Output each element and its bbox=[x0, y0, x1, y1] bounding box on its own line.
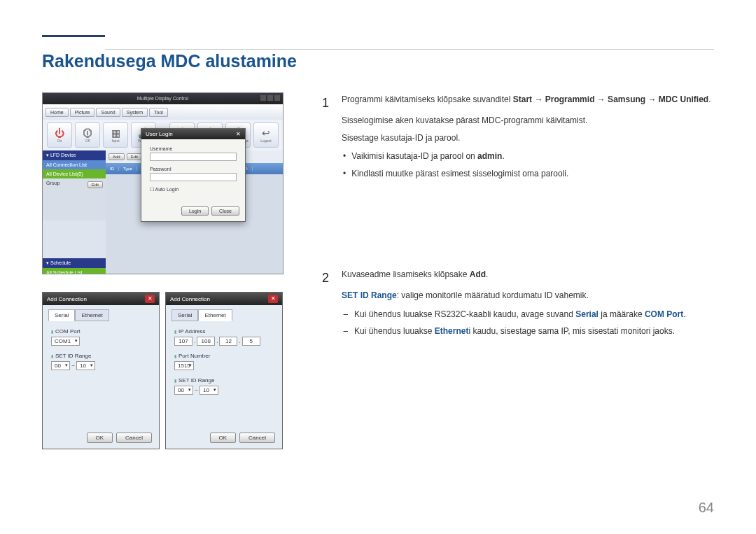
cancel-button[interactable]: Cancel bbox=[116, 433, 152, 443]
step2-p1: SET ID Range: valige monitorile määratud… bbox=[342, 288, 686, 302]
close-icon[interactable]: ✕ bbox=[145, 295, 155, 303]
step1-p1: Sisselogimise aken kuvatakse pärast MDC-… bbox=[342, 113, 710, 127]
step2-dash2: Kui ühendus luuakse Etherneti kaudu, sis… bbox=[343, 324, 686, 338]
range-to-select[interactable]: 10 bbox=[200, 386, 218, 395]
sidebar-lfd-device[interactable]: ▾ LFD Device bbox=[43, 150, 106, 160]
step1-line1: Programmi käivitamiseks klõpsake suvandi… bbox=[342, 92, 710, 106]
tab-tool[interactable]: Tool bbox=[149, 108, 168, 117]
tab-sound[interactable]: Sound bbox=[96, 108, 120, 117]
group-label: Group bbox=[46, 181, 59, 185]
tab-ethernet[interactable]: Ethernet bbox=[75, 309, 108, 321]
step-number: 1 bbox=[322, 92, 332, 183]
username-label: Username bbox=[150, 146, 237, 151]
sidebar-schedule[interactable]: ▾ Schedule bbox=[43, 258, 106, 268]
page-number: 64 bbox=[699, 500, 714, 516]
sidebar-all-device[interactable]: All Device List(0) bbox=[43, 169, 106, 178]
user-login-dialog: User Login✕ Username Password ☐ Auto Log… bbox=[141, 128, 246, 222]
comport-select[interactable]: COM1 bbox=[51, 337, 80, 346]
range-from-select[interactable]: 00 bbox=[51, 361, 70, 370]
instructions-column: 1 Programmi käivitamiseks klõpsake suvan… bbox=[322, 92, 714, 449]
add-connection-serial-dialog: Add Connection✕ Serial Ethernet COM Port… bbox=[42, 292, 160, 449]
dialog-title: Add Connection bbox=[47, 296, 87, 302]
group-edit-button[interactable]: Edit bbox=[88, 181, 103, 188]
step2-line1: Kuvaseadme lisamiseks klõpsake Add. bbox=[342, 267, 686, 281]
close-icon[interactable]: ✕ bbox=[236, 131, 241, 137]
on-icon[interactable]: ⏻On bbox=[47, 122, 72, 148]
port-number-input[interactable]: 1515 bbox=[174, 361, 194, 370]
ip-address-label: IP Address bbox=[174, 328, 274, 335]
username-input[interactable] bbox=[150, 153, 237, 161]
header-divider bbox=[105, 49, 714, 50]
ip-address-input[interactable]: 107. 108. 12. 5 bbox=[174, 337, 274, 346]
ok-button[interactable]: OK bbox=[87, 433, 113, 443]
window-controls[interactable] bbox=[260, 95, 280, 101]
tab-serial[interactable]: Serial bbox=[172, 309, 198, 321]
login-button[interactable]: Login bbox=[181, 206, 209, 216]
port-number-label: Port Number bbox=[174, 353, 274, 359]
tab-serial[interactable]: Serial bbox=[48, 309, 75, 321]
password-label: Password bbox=[150, 167, 237, 171]
auto-login-checkbox[interactable]: ☐ Auto Login bbox=[150, 187, 237, 192]
edit-button[interactable]: Edit bbox=[127, 153, 142, 160]
close-icon[interactable]: ✕ bbox=[268, 295, 278, 303]
add-button[interactable]: Add bbox=[108, 153, 125, 160]
tab-system[interactable]: System bbox=[122, 108, 148, 117]
ok-button[interactable]: OK bbox=[210, 433, 237, 443]
tab-home[interactable]: Home bbox=[46, 108, 69, 117]
input-icon[interactable]: ▦Input bbox=[103, 122, 128, 148]
step1-p2: Sisestage kasutaja-ID ja parool. bbox=[342, 131, 710, 145]
sidebar: ▾ LFD Device All Connection List All Dev… bbox=[43, 150, 106, 274]
window-titlebar: Multiple Display Control bbox=[43, 93, 283, 104]
step1-bullet2: Kindlasti muutke pärast esimest sisselog… bbox=[343, 167, 710, 181]
window-title: Multiple Display Control bbox=[137, 96, 189, 101]
header-rule bbox=[42, 35, 105, 37]
range-from-select[interactable]: 00 bbox=[174, 386, 193, 395]
setid-range-label: SET ID Range bbox=[51, 353, 150, 359]
logout-icon[interactable]: ↩Logout bbox=[253, 122, 279, 148]
sidebar-all-connection[interactable]: All Connection List bbox=[43, 160, 106, 169]
login-title: User Login bbox=[146, 131, 173, 137]
off-icon[interactable]: ⏼Off bbox=[75, 122, 100, 148]
menu-tabs: Home Picture Sound System Tool bbox=[43, 104, 283, 120]
step-2: 2 Kuvaseadme lisamiseks klõpsake Add. SE… bbox=[322, 267, 714, 342]
main-app-screenshot: Multiple Display Control Home Picture So… bbox=[42, 92, 284, 274]
step2-dash1: Kui ühendus luuakse RS232C-kaabli kaudu,… bbox=[343, 307, 686, 321]
tab-picture[interactable]: Picture bbox=[70, 108, 95, 117]
step-number: 2 bbox=[322, 267, 332, 342]
sidebar-all-schedule[interactable]: All Schedule List bbox=[43, 268, 106, 274]
dialog-title: Add Connection bbox=[170, 296, 210, 302]
sidebar-group: Group Edit bbox=[43, 178, 106, 220]
password-input[interactable] bbox=[150, 173, 237, 181]
add-connection-ethernet-dialog: Add Connection✕ Serial Ethernet IP Addre… bbox=[165, 292, 283, 449]
range-to-select[interactable]: 10 bbox=[76, 361, 95, 370]
tab-ethernet[interactable]: Ethernet bbox=[198, 309, 232, 321]
cancel-button[interactable]: Cancel bbox=[239, 433, 275, 443]
setid-range-label: SET ID Range bbox=[174, 377, 274, 384]
comport-label: COM Port bbox=[51, 328, 150, 335]
close-button[interactable]: Close bbox=[211, 206, 239, 216]
step1-bullet1: Vaikimisi kasutaja-ID ja parool on admin… bbox=[343, 149, 710, 163]
page-title: Rakendusega MDC alustamine bbox=[42, 51, 714, 71]
step-1: 1 Programmi käivitamiseks klõpsake suvan… bbox=[322, 92, 714, 183]
